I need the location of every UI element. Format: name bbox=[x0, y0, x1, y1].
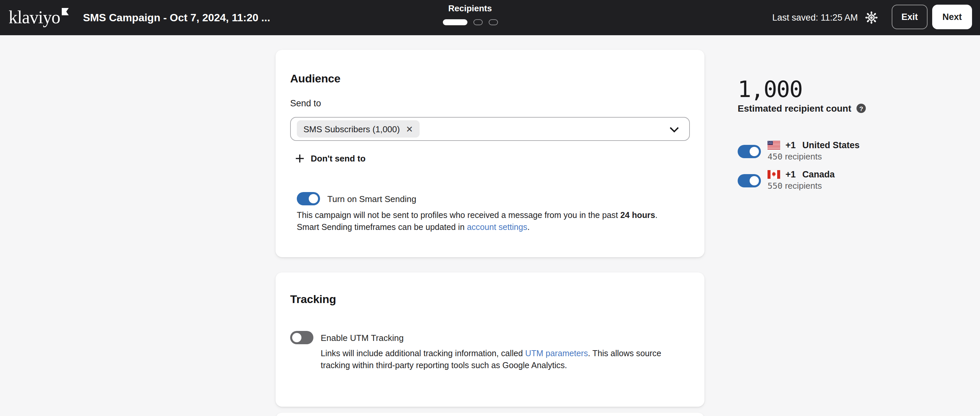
segment-chip-label: SMS Subscribers (1,000) bbox=[304, 124, 400, 134]
us-recipient-count: 450 recipients bbox=[768, 151, 859, 163]
estimated-recipient-count-label: Estimated recipient count bbox=[738, 103, 851, 114]
smart-sending-label: Turn on Smart Sending bbox=[327, 194, 416, 204]
dont-send-to-button[interactable]: Don't send to bbox=[296, 153, 366, 164]
toggle-knob bbox=[309, 194, 318, 203]
us-country-toggle[interactable] bbox=[738, 145, 761, 158]
us-country-code: +1 bbox=[786, 140, 796, 150]
tracking-title: Tracking bbox=[290, 293, 336, 306]
canada-flag-icon bbox=[768, 170, 780, 179]
settings-gear-icon[interactable] bbox=[865, 11, 878, 24]
smart-desc-bold: 24 hours bbox=[620, 210, 655, 220]
send-to-label: Send to bbox=[290, 98, 321, 108]
audience-title: Audience bbox=[290, 72, 340, 86]
progress-steps: Recipients bbox=[430, 3, 511, 25]
canada-country-toggle[interactable] bbox=[738, 174, 761, 187]
next-section-card-peek bbox=[275, 413, 705, 416]
segment-chip[interactable]: SMS Subscribers (1,000) ✕ bbox=[297, 120, 420, 137]
audience-card: Audience Send to SMS Subscribers (1,000)… bbox=[275, 50, 705, 257]
canada-country-name: Canada bbox=[802, 169, 835, 179]
us-flag-icon bbox=[768, 141, 780, 150]
dont-send-to-label: Don't send to bbox=[311, 153, 366, 164]
country-row-canada: +1 Canada 550 recipients bbox=[738, 169, 835, 192]
klaviyo-wordmark: klaviyo bbox=[9, 9, 60, 27]
klaviyo-flag-icon bbox=[61, 8, 69, 15]
send-to-select-field[interactable]: SMS Subscribers (1,000) ✕ bbox=[290, 117, 690, 141]
smart-desc-line2: Smart Sending timeframes can be updated … bbox=[297, 222, 689, 233]
app-root: klaviyo SMS Campaign - Oct 7, 2024, 11:2… bbox=[0, 0, 980, 416]
step-label-recipients: Recipients bbox=[430, 3, 511, 14]
country-row-united-states: +1 United States 450 recipients bbox=[738, 140, 859, 163]
step-pill-2[interactable] bbox=[473, 19, 482, 25]
estimated-recipient-count-row: Estimated recipient count ? bbox=[738, 103, 866, 114]
toggle-knob bbox=[292, 333, 301, 342]
chip-remove-icon[interactable]: ✕ bbox=[406, 124, 413, 133]
utm-desc-line2: tracking within third-party reporting to… bbox=[321, 360, 692, 371]
step-pills bbox=[430, 19, 511, 25]
utm-parameters-link[interactable]: UTM parameters bbox=[525, 349, 588, 358]
chevron-down-icon[interactable] bbox=[669, 127, 679, 133]
account-settings-link[interactable]: account settings bbox=[467, 222, 527, 231]
topbar: klaviyo SMS Campaign - Oct 7, 2024, 11:2… bbox=[0, 0, 980, 35]
smart-desc-text: This campaign will not be sent to profil… bbox=[297, 210, 620, 220]
toggle-knob bbox=[749, 147, 759, 156]
canada-country-code: +1 bbox=[786, 169, 796, 179]
klaviyo-logo[interactable]: klaviyo bbox=[9, 0, 69, 35]
next-button[interactable]: Next bbox=[932, 5, 972, 29]
plus-icon bbox=[296, 154, 304, 163]
help-icon[interactable]: ? bbox=[856, 104, 866, 113]
estimated-recipient-count-value: 1,000 bbox=[738, 77, 802, 101]
us-country-name: United States bbox=[802, 140, 860, 150]
utm-tracking-label: Enable UTM Tracking bbox=[321, 333, 404, 343]
exit-button[interactable]: Exit bbox=[892, 5, 928, 29]
utm-tracking-description: Links will include additional tracking i… bbox=[321, 348, 692, 371]
smart-sending-row: Turn on Smart Sending bbox=[297, 192, 416, 206]
utm-tracking-row: Enable UTM Tracking bbox=[290, 331, 404, 344]
tracking-card: Tracking Enable UTM Tracking Links will … bbox=[275, 273, 705, 407]
canada-recipient-count: 550 recipients bbox=[768, 181, 835, 192]
step-pill-3[interactable] bbox=[488, 19, 498, 25]
step-pill-1-active[interactable] bbox=[442, 19, 467, 25]
utm-tracking-toggle[interactable] bbox=[290, 331, 313, 344]
campaign-title: SMS Campaign - Oct 7, 2024, 11:20 ... bbox=[83, 0, 270, 35]
last-saved-status: Last saved: 11:25 AM bbox=[772, 0, 858, 35]
smart-sending-description: This campaign will not be sent to profil… bbox=[297, 210, 689, 233]
smart-sending-toggle[interactable] bbox=[297, 192, 320, 206]
toggle-knob bbox=[749, 176, 759, 185]
